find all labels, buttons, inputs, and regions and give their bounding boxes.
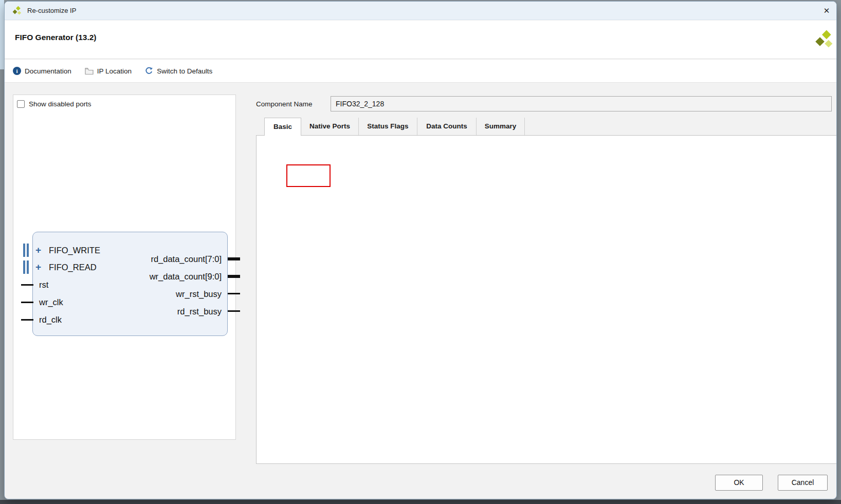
bus-port-icon xyxy=(23,244,25,257)
refresh-icon xyxy=(145,67,153,75)
folder-icon xyxy=(85,67,94,75)
native-option-highlight xyxy=(286,164,331,187)
ip-location-button[interactable]: IP Location xyxy=(85,67,132,75)
background-app-strip xyxy=(0,500,841,504)
port-stub xyxy=(21,319,33,321)
dialog-titlebar[interactable]: Re-customize IP ✕ xyxy=(5,2,837,20)
port-label: rd_rst_busy xyxy=(108,306,222,317)
bus-port-icon xyxy=(23,260,25,274)
expand-port-icon[interactable]: + xyxy=(35,245,41,256)
ok-button[interactable]: OK xyxy=(715,475,763,491)
dialog-toolbar: i Documentation IP Location Switch to De… xyxy=(5,60,837,83)
component-name-label: Component Name xyxy=(256,99,313,109)
port-stub xyxy=(228,293,240,294)
background-window-sliver xyxy=(0,0,4,69)
show-disabled-ports-checkbox[interactable] xyxy=(17,100,25,108)
page-title: FIFO Generator (13.2) xyxy=(15,33,96,42)
expand-port-icon[interactable]: + xyxy=(35,262,41,273)
bus-port-icon xyxy=(27,260,29,274)
xilinx-logo-icon xyxy=(814,29,834,50)
basic-tab-panel xyxy=(256,135,837,464)
tab-basic[interactable]: Basic xyxy=(264,118,301,136)
port-label: rd_clk xyxy=(39,314,62,325)
port-label: FIFO_WRITE xyxy=(49,245,100,256)
tab-native-ports[interactable]: Native Ports xyxy=(301,118,359,135)
port-label: wr_data_count[9:0] xyxy=(108,271,222,282)
switch-to-defaults-label: Switch to Defaults xyxy=(157,67,212,75)
cancel-button[interactable]: Cancel xyxy=(778,475,828,491)
bus-port-icon xyxy=(27,244,29,257)
dialog-title: Re-customize IP xyxy=(27,2,76,20)
bus-port-stub xyxy=(228,257,240,260)
documentation-button[interactable]: i Documentation xyxy=(13,67,71,75)
tab-status-flags[interactable]: Status Flags xyxy=(359,118,417,135)
port-label: rd_data_count[7:0] xyxy=(108,253,222,265)
port-label: wr_rst_busy xyxy=(108,288,222,300)
xilinx-logo-icon xyxy=(12,6,22,16)
component-name-input[interactable]: FIFO32_2_128 xyxy=(331,96,832,111)
tab-summary[interactable]: Summary xyxy=(477,118,525,135)
port-stub xyxy=(21,284,33,286)
show-disabled-ports-label: Show disabled ports xyxy=(29,99,92,109)
port-label: rst xyxy=(39,279,48,290)
port-stub xyxy=(228,310,240,312)
port-label: wr_clk xyxy=(39,296,63,308)
dialog-header: FIFO Generator (13.2) xyxy=(5,21,837,59)
close-icon[interactable]: ✕ xyxy=(820,4,833,17)
port-label: FIFO_READ xyxy=(49,262,97,273)
bus-port-stub xyxy=(228,275,240,278)
ip-location-label: IP Location xyxy=(97,67,132,75)
recustomize-ip-dialog: Re-customize IP ✕ FIFO Generator (13.2) … xyxy=(4,1,837,499)
port-stub xyxy=(21,302,33,303)
switch-to-defaults-button[interactable]: Switch to Defaults xyxy=(145,67,212,75)
tab-data-counts[interactable]: Data Counts xyxy=(417,118,477,135)
info-icon: i xyxy=(13,67,21,75)
documentation-label: Documentation xyxy=(25,67,71,75)
